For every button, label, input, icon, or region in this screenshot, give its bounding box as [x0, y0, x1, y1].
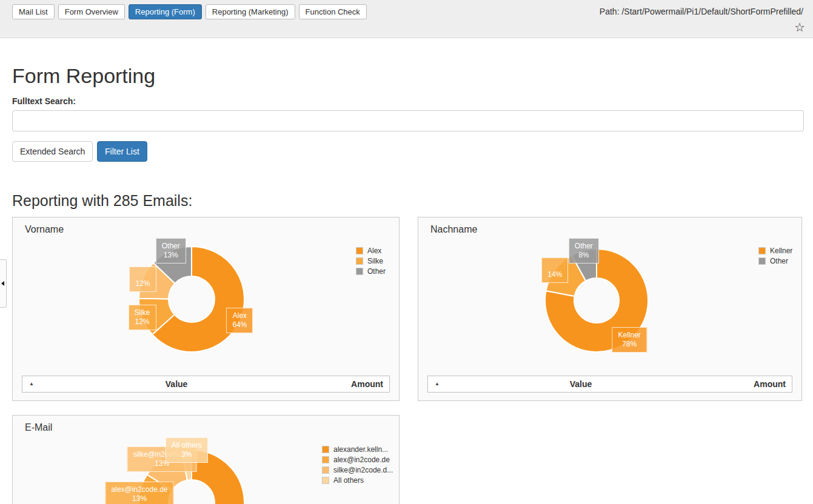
tab-reporting-form-[interactable]: Reporting (Form) [129, 4, 202, 19]
legend-label: Kellner [770, 247, 792, 255]
bookmark-star-icon[interactable]: ☆ [794, 20, 805, 35]
legend-swatch-icon [322, 477, 329, 484]
legend-swatch-icon [322, 466, 329, 474]
slice-label-pct: 8% [575, 251, 593, 260]
slice-label-pct: 14% [547, 270, 562, 279]
legend-label: All others [333, 476, 364, 485]
donut-chart-area: alexander.kelln... 71%alex@in2code.de 13… [13, 416, 399, 504]
slice-label-name: Silke [134, 308, 150, 317]
slice-label-name: alex@in2code.de [112, 485, 168, 494]
tab-function-check[interactable]: Function Check [299, 4, 367, 19]
legend-label: Other [770, 257, 788, 265]
slice-label-pct: 3% [172, 450, 202, 459]
legend-swatch-icon [356, 257, 363, 265]
slice-label: alex@in2code.de 13% [105, 482, 174, 504]
topbar-tabs: Mail ListForm OverviewReporting (Form)Re… [12, 4, 367, 19]
sidebar-collapse-handle[interactable] [0, 259, 7, 308]
page-title: Form Reporting [12, 64, 155, 88]
fulltext-search-input[interactable] [12, 110, 804, 131]
slice-label-name: Kellner [618, 331, 640, 340]
extended-search-button[interactable]: Extended Search [12, 141, 93, 162]
legend-item: Silke [356, 256, 386, 266]
legend-item: Other [758, 256, 792, 266]
legend-swatch-icon [758, 257, 766, 265]
slice-label-pct: 78% [618, 340, 640, 349]
slice-label-name [135, 270, 150, 279]
slice-label-pct: 12% [135, 279, 150, 288]
slice-label-pct: 13% [112, 494, 168, 503]
slice-label-pct: 13% [162, 251, 180, 260]
slice-label-name [547, 261, 562, 270]
slice-label-name: Other [575, 242, 593, 251]
slice-label: 14% [541, 257, 568, 283]
result-table-header: ▲ Value Amount [427, 376, 792, 393]
slice-label-pct: 12% [134, 317, 150, 327]
legend-label: Silke [367, 257, 383, 265]
chart-panel-email: E-Mail alexander.kelln... 71%alex@in2cod… [12, 415, 400, 504]
legend-label: silke@in2code.d... [333, 466, 393, 474]
donut-chart [418, 217, 803, 402]
legend-item: alexander.kelln... [322, 445, 393, 454]
slice-label-name: Alex [232, 311, 247, 320]
slice-label-name: All others [172, 441, 202, 450]
donut-chart-area: Alex 64%Silke 12% 12%Other 13%AlexSilkeO… [13, 217, 399, 400]
legend-label: alexander.kelln... [333, 445, 388, 454]
slice-label: Other 13% [156, 238, 186, 264]
legend-item: silke@in2code.d... [322, 465, 393, 475]
slice-label-pct: 64% [232, 320, 247, 330]
slice-label-name: Other [162, 242, 180, 251]
column-header-value[interactable]: Value [428, 379, 734, 389]
slice-label: Kellner 78% [612, 327, 646, 353]
donut-chart-area: Kellner 78% 14%Other 8%KellnerOther [418, 217, 801, 400]
column-header-amount[interactable]: Amount [351, 379, 383, 389]
chart-panel-vorname: Vorname Alex 64%Silke 12% 12%Other 13%Al… [12, 217, 400, 401]
legend-item: All others [322, 476, 393, 485]
legend-item: Kellner [758, 246, 792, 256]
legend-swatch-icon [356, 247, 363, 254]
legend-label: Other [367, 267, 386, 276]
legend-swatch-icon [322, 446, 329, 453]
legend-swatch-icon [322, 456, 329, 463]
slice-label: All others 3% [166, 437, 208, 463]
tab-form-overview[interactable]: Form Overview [58, 4, 125, 19]
chart-legend: AlexSilkeOther [356, 246, 386, 277]
collapse-left-arrow-icon [1, 281, 4, 286]
breadcrumb-path: Path: /Start/Powermail/Pi1/Default/Short… [600, 7, 803, 16]
slice-label: Other 8% [569, 238, 599, 264]
slice-label: Alex 64% [226, 308, 253, 333]
legend-item: alex@in2code.de [322, 455, 393, 465]
slice-label: 12% [129, 267, 156, 292]
donut-chart [13, 217, 400, 402]
chart-panel-nachname: Nachname Kellner 78% 14%Other 8%KellnerO… [418, 217, 802, 401]
column-header-value[interactable]: Value [22, 379, 330, 389]
chart-legend: KellnerOther [758, 246, 792, 267]
legend-swatch-icon [356, 268, 363, 275]
result-table-header: ▲ Value Amount [22, 376, 390, 393]
legend-label: Alex [367, 247, 381, 255]
fulltext-search-label: Fulltext Search: [12, 96, 76, 106]
tab-mail-list[interactable]: Mail List [12, 4, 55, 19]
column-header-amount[interactable]: Amount [754, 379, 786, 389]
slice-label: Silke 12% [128, 305, 156, 330]
chart-legend: alexander.kelln...alex@in2code.desilke@i… [322, 445, 393, 486]
filter-list-button[interactable]: Filter List [97, 141, 147, 162]
topbar: Mail ListForm OverviewReporting (Form)Re… [0, 0, 813, 38]
legend-swatch-icon [758, 247, 766, 254]
section-heading: Reporting with 285 Emails: [12, 192, 192, 210]
tab-reporting-marketing-[interactable]: Reporting (Marketing) [206, 4, 295, 19]
legend-label: alex@in2code.de [333, 456, 390, 464]
legend-item: Other [356, 267, 386, 276]
legend-item: Alex [356, 246, 386, 256]
